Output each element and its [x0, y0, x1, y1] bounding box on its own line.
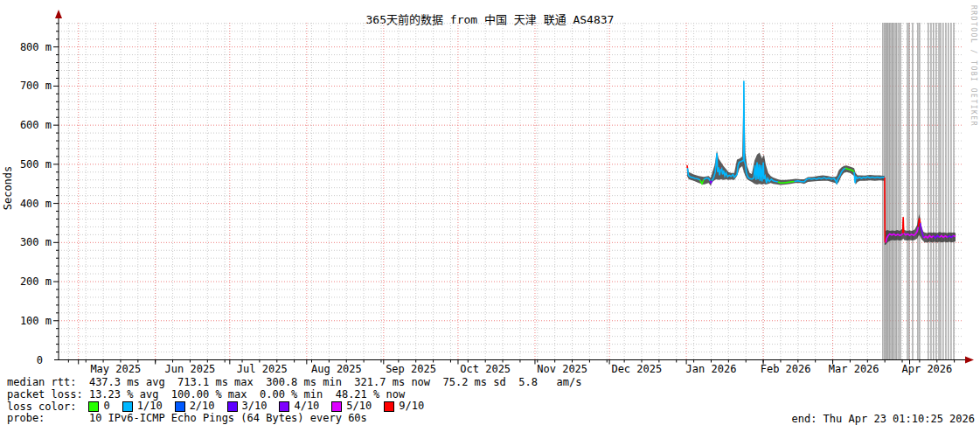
- loss-color-value: 1/10: [137, 401, 163, 412]
- legend-median-rtt: median rtt: 437.3 ms avg 713.1 ms max 30…: [7, 377, 581, 388]
- y-tick-label: 200 m: [20, 275, 52, 288]
- y-tick-label: 800 m: [20, 41, 52, 53]
- x-tick-label: Mar 2026: [829, 363, 879, 375]
- loss-color-value: 2/10: [190, 401, 215, 412]
- grid-minor: [59, 23, 962, 360]
- x-tick-label: Oct 2025: [460, 363, 511, 375]
- loss-color-swatch-icon: [88, 401, 99, 412]
- grid-major: [59, 23, 962, 360]
- loss-color-value: 3/10: [242, 401, 268, 412]
- y-tick-label: 300 m: [20, 236, 52, 248]
- loss-color-value: 0: [103, 401, 109, 412]
- x-tick-label: Sep 2025: [386, 363, 436, 375]
- loss-color-item: 1/10: [122, 401, 163, 412]
- y-tick-label: 100 m: [20, 315, 52, 327]
- loss-color-swatch-icon: [122, 401, 133, 412]
- x-tick-label: Apr 2026: [902, 363, 953, 375]
- x-tick-label: Nov 2025: [537, 363, 587, 375]
- loss-color-value: 9/10: [399, 401, 424, 412]
- x-tick-label: May 2025: [90, 363, 141, 375]
- loss-color-item: 5/10: [331, 401, 372, 412]
- plot-area: 0100 m200 m300 m400 m500 m600 m700 m800 …: [0, 0, 980, 432]
- loss-color-item: 2/10: [175, 401, 215, 412]
- tick-labels: 0100 m200 m300 m400 m500 m600 m700 m800 …: [20, 41, 952, 375]
- legend-end-time: end: Thu Apr 23 01:10:25 2026: [791, 413, 975, 425]
- loss-color-item: 0: [88, 401, 109, 412]
- y-tick-label: 0: [37, 354, 43, 366]
- loss-color-item: 9/10: [384, 401, 424, 412]
- loss-color-item: 4/10: [279, 401, 319, 412]
- y-tick-label: 400 m: [20, 198, 52, 210]
- x-tick-label: Dec 2025: [611, 363, 662, 375]
- rrdtool-smokeping-graph: 365天前的数据 from 中国 天津 联通 AS4837 Seconds RR…: [0, 0, 980, 432]
- y-tick-label: 700 m: [20, 80, 52, 92]
- loss-color-swatch-icon: [227, 401, 238, 412]
- loss-color-item: 3/10: [227, 401, 268, 412]
- x-tick-label: Jul 2025: [237, 363, 288, 375]
- axes: [53, 10, 974, 365]
- legend-probe: probe: 10 IPv6-ICMP Echo Pings (64 Bytes…: [7, 413, 367, 424]
- loss-color-swatch-icon: [384, 401, 394, 412]
- x-tick-label: Jun 2025: [165, 363, 216, 375]
- y-tick-label: 600 m: [20, 119, 52, 131]
- loss-color-value: 5/10: [346, 401, 372, 412]
- loss-color-swatch-icon: [175, 401, 185, 412]
- x-tick-label: Aug 2025: [311, 363, 362, 375]
- x-tick-label: Jan 2026: [686, 363, 737, 375]
- loss-bars: [883, 23, 954, 360]
- y-tick-label: 500 m: [20, 158, 52, 171]
- median-rtt-line: [687, 81, 956, 243]
- smoke-bands: [687, 79, 956, 246]
- loss-color-swatch-icon: [279, 401, 289, 412]
- loss-color-swatch-icon: [331, 401, 342, 412]
- loss-color-value: 4/10: [294, 401, 319, 412]
- x-tick-label: Feb 2026: [761, 363, 811, 375]
